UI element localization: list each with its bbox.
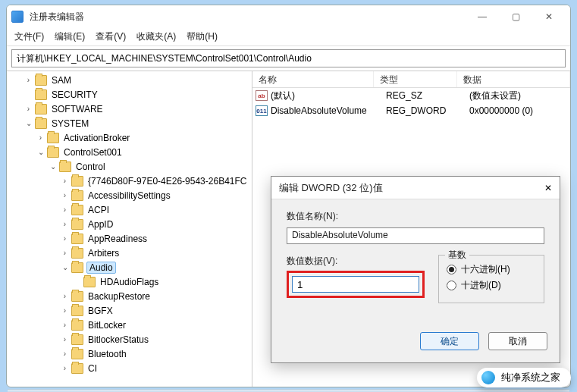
tree-item-label: CI bbox=[86, 363, 99, 374]
menubar: 文件(F) 编辑(E) 查看(V) 收藏夹(A) 帮助(H) bbox=[7, 28, 570, 46]
watermark-text: 纯净系统之家 bbox=[501, 371, 560, 384]
edit-dword-dialog: 编辑 DWORD (32 位)值 ✕ 数值名称(N): DisableAbsol… bbox=[271, 176, 560, 363]
app-icon bbox=[11, 11, 24, 23]
radio-hex[interactable] bbox=[447, 265, 456, 274]
col-type[interactable]: 类型 bbox=[374, 71, 457, 87]
chevron-down-icon[interactable]: ⌄ bbox=[36, 148, 45, 156]
tree-item-label: SYSTEM bbox=[50, 118, 90, 129]
tree-item-label: Control bbox=[74, 162, 107, 172]
menu-edit[interactable]: 编辑(E) bbox=[55, 30, 85, 43]
chevron-down-icon[interactable]: ⌄ bbox=[48, 162, 58, 171]
tree-item-label: AppID bbox=[86, 219, 114, 230]
chevron-right-icon[interactable]: › bbox=[60, 321, 70, 329]
tree-item[interactable]: ›BackupRestore bbox=[7, 289, 252, 303]
tree-item[interactable]: ›SAM bbox=[7, 73, 252, 87]
watermark-icon bbox=[481, 371, 495, 384]
tree-item-label: BGFX bbox=[86, 306, 114, 316]
folder-icon bbox=[47, 133, 59, 143]
value-type: REG_SZ bbox=[386, 90, 469, 101]
chevron-down-icon[interactable]: ⌄ bbox=[24, 119, 33, 127]
tree-pane[interactable]: ›SAMSECURITY›SOFTWARE⌄SYSTEM›ActivationB… bbox=[7, 71, 252, 387]
tree-item[interactable]: HDAudioFlags bbox=[7, 274, 252, 289]
menu-help[interactable]: 帮助(H) bbox=[187, 30, 218, 43]
tree-item[interactable]: ›{7746D80F-97E0-4E26-9543-26B41FC bbox=[7, 174, 252, 188]
tree-item[interactable]: ⌄ControlSet001 bbox=[7, 145, 252, 159]
chevron-right-icon[interactable]: › bbox=[60, 350, 70, 358]
tree-item[interactable]: ›AppReadiness bbox=[7, 231, 252, 246]
radio-dec[interactable] bbox=[447, 281, 456, 290]
chevron-right-icon[interactable]: › bbox=[60, 205, 70, 214]
chevron-right-icon[interactable]: › bbox=[60, 335, 70, 343]
folder-icon bbox=[71, 291, 83, 302]
chevron-right-icon[interactable]: › bbox=[60, 249, 70, 257]
maximize-button[interactable]: ▢ bbox=[499, 6, 532, 27]
tree-item[interactable]: ›AccessibilitySettings bbox=[7, 188, 252, 202]
cancel-button[interactable]: 取消 bbox=[488, 332, 547, 350]
tree-item-label: SOFTWARE bbox=[50, 104, 105, 114]
tree-item[interactable]: ›ActivationBroker bbox=[7, 130, 252, 145]
chevron-right-icon[interactable]: › bbox=[60, 220, 70, 228]
taskbar bbox=[8, 389, 569, 392]
col-name[interactable]: 名称 bbox=[252, 71, 374, 87]
tree-item[interactable]: ›ACPI bbox=[7, 202, 252, 217]
tree-item-label: HDAudioFlags bbox=[99, 277, 160, 287]
chevron-right-icon[interactable]: › bbox=[60, 191, 70, 199]
folder-icon bbox=[35, 75, 47, 86]
ok-button[interactable]: 确定 bbox=[420, 332, 479, 350]
list-row[interactable]: 011DisableAbsoluteVolumeREG_DWORD0x00000… bbox=[252, 103, 570, 118]
radio-dec-row[interactable]: 十进制(D) bbox=[447, 279, 536, 292]
tree-item[interactable]: ⌄SYSTEM bbox=[7, 116, 252, 130]
folder-icon bbox=[35, 89, 47, 100]
tree-item[interactable]: ›CI bbox=[7, 361, 252, 375]
tree-item[interactable]: ⌄Control bbox=[7, 159, 252, 174]
address-bar[interactable]: 计算机\HKEY_LOCAL_MACHINE\SYSTEM\ControlSet… bbox=[11, 49, 566, 67]
menu-view[interactable]: 查看(V) bbox=[96, 30, 126, 43]
chevron-right-icon[interactable]: › bbox=[60, 177, 70, 185]
value-name-field[interactable]: DisableAbsoluteVolume bbox=[287, 227, 544, 244]
folder-icon bbox=[71, 320, 83, 331]
value-data: 0x00000000 (0) bbox=[469, 105, 570, 116]
tree-item[interactable]: SECURITY bbox=[7, 87, 252, 102]
folder-icon bbox=[71, 176, 83, 187]
tree-item[interactable]: ›BGFX bbox=[7, 303, 252, 318]
value-data-label: 数值数据(V): bbox=[287, 255, 425, 268]
close-button[interactable]: ✕ bbox=[532, 6, 566, 27]
chevron-right-icon[interactable]: › bbox=[60, 306, 70, 315]
folder-icon bbox=[47, 147, 59, 158]
menu-favorites[interactable]: 收藏夹(A) bbox=[136, 30, 176, 43]
tree-item[interactable]: ⌄Audio bbox=[7, 260, 252, 274]
menu-file[interactable]: 文件(F) bbox=[14, 30, 44, 43]
tree-item[interactable]: ›SOFTWARE bbox=[7, 102, 252, 116]
chevron-right-icon[interactable]: › bbox=[36, 133, 45, 142]
value-type: REG_DWORD bbox=[386, 105, 469, 116]
chevron-right-icon[interactable]: › bbox=[60, 234, 70, 243]
folder-icon bbox=[71, 248, 83, 259]
col-data[interactable]: 数据 bbox=[457, 71, 570, 87]
minimize-button[interactable]: — bbox=[466, 6, 499, 27]
tree-item[interactable]: ›AppID bbox=[7, 217, 252, 231]
tree-item[interactable]: ›BitLocker bbox=[7, 318, 252, 332]
tree-item-label: SAM bbox=[50, 75, 73, 86]
folder-icon bbox=[71, 205, 83, 215]
radio-hex-row[interactable]: 十六进制(H) bbox=[447, 263, 536, 276]
titlebar[interactable]: 注册表编辑器 — ▢ ✕ bbox=[7, 5, 570, 28]
value-name: DisableAbsoluteVolume bbox=[271, 105, 386, 116]
chevron-right-icon[interactable]: › bbox=[24, 76, 33, 84]
address-text: 计算机\HKEY_LOCAL_MACHINE\SYSTEM\ControlSet… bbox=[17, 52, 312, 65]
list-row[interactable]: ab(默认)REG_SZ(数值未设置) bbox=[252, 88, 570, 103]
tree-item-label: ActivationBroker bbox=[62, 133, 131, 143]
chevron-right-icon[interactable]: › bbox=[60, 292, 70, 300]
tree-item[interactable]: ›Arbiters bbox=[7, 246, 252, 260]
folder-icon bbox=[71, 363, 83, 374]
chevron-right-icon[interactable]: › bbox=[24, 105, 33, 113]
value-data-input[interactable] bbox=[292, 276, 419, 293]
tree-item[interactable]: ›BitlockerStatus bbox=[7, 332, 252, 347]
chevron-right-icon[interactable]: › bbox=[60, 364, 70, 372]
folder-icon bbox=[71, 234, 83, 244]
dialog-close-button[interactable]: ✕ bbox=[544, 183, 552, 193]
tree-item-label: BackupRestore bbox=[86, 291, 152, 302]
chevron-down-icon[interactable]: ⌄ bbox=[60, 263, 70, 271]
dialog-titlebar[interactable]: 编辑 DWORD (32 位)值 ✕ bbox=[271, 177, 560, 199]
tree-item-label: ACPI bbox=[86, 205, 111, 215]
tree-item[interactable]: ›Bluetooth bbox=[7, 347, 252, 361]
